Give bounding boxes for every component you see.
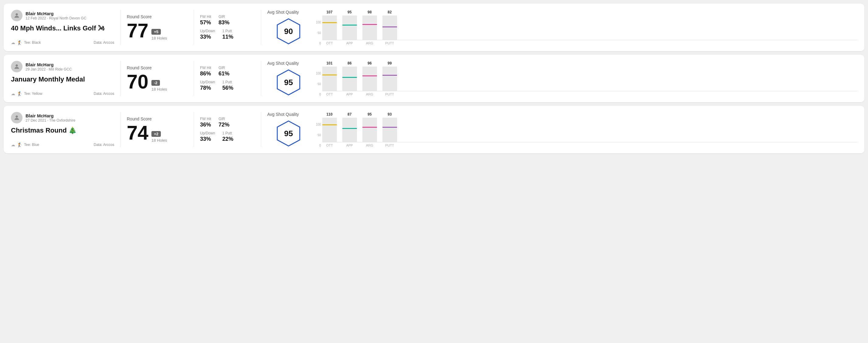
gir-stat: GIR 83%	[219, 14, 229, 26]
bar-chart: 100 50 0 110 87	[316, 113, 857, 147]
stats-section: FW Hit 36% GIR 72% Up/Down 33% 1 Putt 22…	[200, 112, 255, 147]
tee-row: ☁ 🏌 Tee: Blue Data: Arccos	[11, 142, 114, 147]
round-title: 40 Mph Winds... Links Golf 🌬	[11, 24, 114, 32]
gir-value: 83%	[219, 20, 229, 26]
user-meta: 29 Jan 2022 · Mill Ride GCC	[26, 67, 72, 71]
one-putt-value: 22%	[222, 136, 233, 142]
tee-label: Tee: Blue	[24, 143, 39, 147]
hex-score: 95	[284, 78, 293, 87]
score-number: 70	[127, 72, 148, 92]
gir-value: 72%	[219, 122, 229, 128]
user-name: Blair McHarg	[26, 113, 75, 118]
one-putt-stat: 1 Putt 11%	[222, 29, 233, 40]
bag-icon: 🏌	[17, 91, 22, 96]
user-icon	[13, 63, 20, 70]
divider-1	[120, 10, 121, 45]
quality-label: Avg Shot Quality	[267, 61, 299, 66]
divider-2	[194, 10, 194, 45]
bar-ott: 110	[322, 118, 337, 142]
bar-chart: 100 50 0 101 86	[316, 61, 857, 96]
user-icon	[13, 12, 20, 19]
user-icon	[13, 114, 20, 121]
card-left-round-2: Blair McHarg 29 Jan 2022 · Mill Ride GCC…	[11, 61, 114, 96]
bar-putt: 93	[382, 118, 397, 142]
round-card-round-2: Blair McHarg 29 Jan 2022 · Mill Ride GCC…	[4, 55, 864, 102]
one-putt-label: 1 Putt	[222, 29, 233, 33]
gir-label: GIR	[219, 117, 229, 121]
gir-stat: GIR 61%	[219, 66, 229, 77]
score-label: Round Score	[127, 65, 188, 70]
gir-label: GIR	[219, 66, 229, 70]
hex-score: 95	[284, 129, 293, 138]
divider-2	[194, 61, 194, 96]
bar-app: 86	[342, 67, 357, 91]
one-putt-label: 1 Putt	[222, 80, 233, 84]
fw-hit-stat: FW Hit 57%	[200, 14, 211, 26]
up-down-stat: Up/Down 33%	[200, 29, 215, 40]
stats-section: FW Hit 86% GIR 61% Up/Down 78% 1 Putt 56…	[200, 61, 255, 96]
fw-hit-label: FW Hit	[200, 66, 211, 70]
divider-3	[261, 10, 261, 45]
bar-putt: 99	[382, 67, 397, 91]
holes-text: 18 Holes	[151, 138, 167, 143]
user-row: Blair McHarg 29 Jan 2022 · Mill Ride GCC	[11, 61, 114, 72]
score-section: Round Score 74 +2 18 Holes	[127, 112, 188, 147]
score-number: 77	[127, 21, 148, 40]
fw-hit-label: FW Hit	[200, 117, 211, 121]
user-meta: 12 Feb 2022 · Royal North Devon GC	[26, 16, 86, 20]
one-putt-stat: 1 Putt 56%	[222, 80, 233, 91]
hexagon-container: 95	[275, 69, 302, 96]
one-putt-stat: 1 Putt 22%	[222, 131, 233, 142]
hexagon-container: 95	[275, 120, 302, 147]
weather-icon: ☁	[11, 91, 15, 96]
bar-chart: 100 50 0 107 95	[316, 10, 857, 45]
chart-section: 100 50 0 107 95	[310, 10, 857, 45]
up-down-label: Up/Down	[200, 29, 215, 33]
hex-score: 90	[284, 27, 293, 36]
svg-point-2	[16, 64, 18, 67]
avatar	[11, 61, 23, 72]
tee-label: Tee: Black	[24, 40, 41, 45]
data-source: Data: Arccos	[94, 40, 114, 45]
score-label: Round Score	[127, 117, 188, 121]
up-down-label: Up/Down	[200, 131, 215, 135]
tee-label: Tee: Yellow	[24, 92, 42, 96]
user-row: Blair McHarg 27 Dec 2021 · The Oxfordshi…	[11, 112, 114, 123]
fw-hit-label: FW Hit	[200, 14, 211, 19]
divider-1	[120, 112, 121, 147]
score-section: Round Score 70 -2 18 Holes	[127, 61, 188, 96]
fw-hit-stat: FW Hit 36%	[200, 117, 211, 128]
up-down-label: Up/Down	[200, 80, 215, 84]
one-putt-value: 11%	[222, 34, 233, 40]
tee-row: ☁ 🏌 Tee: Black Data: Arccos	[11, 40, 114, 45]
divider-2	[194, 112, 194, 147]
quality-label: Avg Shot Quality	[267, 112, 299, 117]
fw-hit-value: 57%	[200, 20, 211, 26]
card-left-round-1: Blair McHarg 12 Feb 2022 · Royal North D…	[11, 10, 114, 45]
fw-hit-value: 36%	[200, 122, 211, 128]
card-left-round-3: Blair McHarg 27 Dec 2021 · The Oxfordshi…	[11, 112, 114, 147]
up-down-stat: Up/Down 78%	[200, 80, 215, 91]
chart-section: 100 50 0 110 87	[310, 112, 857, 147]
one-putt-label: 1 Putt	[222, 131, 233, 135]
round-card-round-3: Blair McHarg 27 Dec 2021 · The Oxfordshi…	[4, 106, 864, 153]
bag-icon: 🏌	[17, 40, 22, 45]
holes-text: 18 Holes	[151, 36, 167, 40]
round-card-round-1: Blair McHarg 12 Feb 2022 · Royal North D…	[4, 4, 864, 51]
bar-app: 95	[342, 15, 357, 40]
divider-1	[120, 61, 121, 96]
up-down-value: 33%	[200, 136, 215, 142]
bar-putt: 82	[382, 15, 397, 40]
quality-section: Avg Shot Quality 95	[267, 61, 310, 96]
bar-app: 87	[342, 118, 357, 142]
gir-stat: GIR 72%	[219, 117, 229, 128]
score-number: 74	[127, 123, 148, 143]
fw-hit-stat: FW Hit 86%	[200, 66, 211, 77]
user-name: Blair McHarg	[26, 11, 86, 16]
quality-section: Avg Shot Quality 90	[267, 10, 310, 45]
svg-point-4	[16, 116, 18, 118]
gir-label: GIR	[219, 14, 229, 19]
up-down-value: 33%	[200, 34, 215, 40]
tee-row: ☁ 🏌 Tee: Yellow Data: Arccos	[11, 91, 114, 96]
bar-arg: 95	[363, 118, 377, 142]
